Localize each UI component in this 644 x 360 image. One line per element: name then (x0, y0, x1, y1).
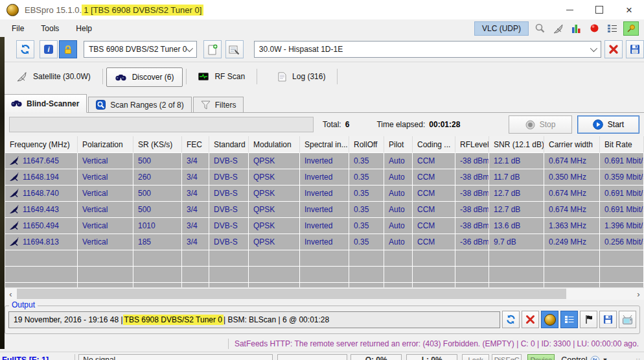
new-document-button[interactable] (203, 40, 222, 58)
vlc-udp-button[interactable]: VLC (UDP) (474, 21, 529, 36)
column-header-sr-ks-s-[interactable]: SR (KS/s) (133, 136, 182, 153)
output-save-button[interactable] (599, 311, 617, 328)
cell-0: 11650.494 (5, 218, 78, 234)
column-header-snr-12-1-db-[interactable]: SNR (12.1 dB) (489, 136, 544, 153)
empty-cell (455, 250, 489, 267)
refresh-button[interactable] (16, 40, 34, 58)
menu-help[interactable]: Help (69, 21, 98, 36)
menu-tools[interactable]: Tools (34, 21, 65, 36)
table-row[interactable]: 11650.494Vertical10103/4DVB-SQPSKInverte… (5, 218, 644, 234)
info-button[interactable]: i (40, 40, 58, 58)
horizontal-scrollbar[interactable]: ‹ › (5, 287, 644, 300)
satellite-dish-icon[interactable] (551, 22, 565, 35)
tv-icon (622, 315, 633, 324)
table-row[interactable]: 11649.443Vertical5003/4DVB-SQPSKInverted… (5, 202, 644, 218)
record-icon[interactable] (587, 22, 601, 35)
column-header-spectral-in-[interactable]: Spectral in... (300, 136, 349, 153)
minimize-button[interactable] (555, 0, 584, 19)
satellite-dish-icon (16, 72, 27, 82)
device-button[interactable]: Device (527, 354, 555, 360)
cell-2: 500 (133, 186, 182, 202)
cell-0: 11648.740 (5, 186, 78, 202)
output-flag-button[interactable] (580, 311, 597, 328)
tab-rf-scan[interactable]: RF Scan (190, 67, 253, 86)
subtab-blind-scanner[interactable]: Blind-Scanner (3, 94, 87, 113)
cell-12: 0.674 MHz (544, 186, 600, 202)
save-button[interactable] (626, 40, 644, 58)
column-header-bit-rate[interactable]: Bit Rate (600, 136, 644, 153)
output-details-button[interactable] (560, 311, 578, 328)
cell-0: 11649.443 (5, 202, 78, 218)
cell-6: Inverted (300, 218, 349, 234)
chart-icon[interactable] (569, 22, 583, 35)
cell-5: QPSK (249, 153, 300, 169)
cell-9: CCM (413, 153, 455, 169)
menu-file[interactable]: File (5, 21, 30, 36)
output-select[interactable]: 19 November, 2016 - 19:16 48 | TBS 6908 … (8, 311, 500, 328)
maximize-button[interactable] (584, 0, 614, 19)
tab-discover[interactable]: Discover (6) (106, 67, 183, 87)
scrollbar-thumb[interactable] (17, 289, 566, 299)
column-header-polarization[interactable]: Polarization (78, 136, 133, 153)
cell-3: 3/4 (182, 218, 209, 234)
column-header-fec[interactable]: FEC (182, 136, 209, 153)
satellite-select[interactable]: 30.0W - Hispasat 1D-1E (254, 41, 601, 58)
tuner-select[interactable]: TBS 6908 DVBS/S2 Tuner 0 (84, 41, 197, 58)
column-header-standard[interactable]: Standard (209, 136, 249, 153)
output-web-button[interactable] (541, 311, 558, 328)
cell-10: -38 dBm (455, 169, 489, 186)
tab-satellite[interactable]: Satellite (30.0W) (8, 67, 99, 86)
cell-13: 0.256 Mbit/s (600, 234, 644, 250)
cell-7: 0.35 (349, 153, 384, 169)
lock-button[interactable] (59, 40, 77, 58)
column-header-modulation[interactable]: Modulation (249, 136, 300, 153)
column-header-pilot[interactable]: Pilot (384, 136, 413, 153)
subtab-scan-ranges[interactable]: Scan Ranges (2 of 8) (88, 97, 191, 112)
stop-button[interactable]: Stop (509, 115, 572, 134)
cell-9: CCM (413, 169, 455, 186)
subtab-filters[interactable]: Filters (193, 97, 244, 112)
output-refresh-button[interactable] (502, 311, 520, 328)
edit-button[interactable] (225, 40, 244, 58)
close-button[interactable]: × (614, 0, 644, 19)
details-list-icon (564, 315, 574, 324)
start-button[interactable]: Start (577, 115, 639, 134)
table-row[interactable]: 11648.194Vertical2603/4DVB-SQPSKInverted… (5, 169, 644, 186)
control-menu[interactable]: Control ▼ (561, 355, 608, 360)
dropdown-caret-icon: ▼ (603, 357, 608, 360)
tab-log[interactable]: Log (316) (270, 67, 334, 86)
lock-status-button[interactable]: Lock (462, 354, 489, 360)
output-line-suffix: | BSM: BLScan | 6 @ 00:01:28 (224, 315, 329, 324)
table-row[interactable]: 11694.813Vertical1853/4DVB-SQPSKInverted… (5, 234, 644, 250)
scroll-left-arrow[interactable]: ‹ (5, 288, 16, 300)
pin-button[interactable] (623, 21, 639, 36)
tuner-select-value: TBS 6908 DVBS/S2 Tuner 0 (89, 45, 187, 54)
diseqc-button[interactable]: DiSEqC (492, 354, 522, 360)
empty-cell (5, 250, 78, 267)
column-header-rolloff[interactable]: RollOff (349, 136, 384, 153)
output-delete-button[interactable] (522, 311, 539, 328)
output-section: Output 19 November, 2016 - 19:16 48 | TB… (0, 300, 644, 336)
cell-5: QPSK (249, 202, 300, 218)
cell-4: DVB-S (209, 218, 249, 234)
cell-8: Auto (384, 218, 413, 234)
cell-1: Vertical (78, 234, 133, 250)
cell-8: Auto (384, 234, 413, 250)
column-header-rflevel[interactable]: RFLevel (455, 136, 489, 153)
column-header-carrier-width[interactable]: Carrier width (544, 136, 600, 153)
fullts-link[interactable]: FullTS [F: 1] (2, 355, 49, 360)
output-tv-button[interactable] (619, 311, 636, 328)
cell-2: 500 (133, 202, 182, 218)
details-list-icon[interactable] (605, 22, 619, 35)
column-header-frequency-mhz-[interactable]: Frequency (MHz) (5, 136, 78, 153)
delete-button[interactable] (604, 40, 623, 58)
tab-log-label: Log (316) (292, 72, 325, 81)
table-row[interactable]: 11647.645Vertical5003/4DVB-SQPSKInverted… (5, 153, 644, 169)
empty-cell (209, 283, 249, 287)
window-title: EBSpro 15.1.0.1 [TBS 6908 DVBS/S2 Tuner … (25, 5, 203, 15)
scroll-right-arrow[interactable]: › (633, 288, 644, 300)
control-label: Control (561, 355, 587, 360)
search-icon[interactable] (533, 22, 547, 35)
table-row[interactable]: 11648.740Vertical5003/4DVB-SQPSKInverted… (5, 186, 644, 202)
column-header-coding-[interactable]: Coding ... (413, 136, 455, 153)
